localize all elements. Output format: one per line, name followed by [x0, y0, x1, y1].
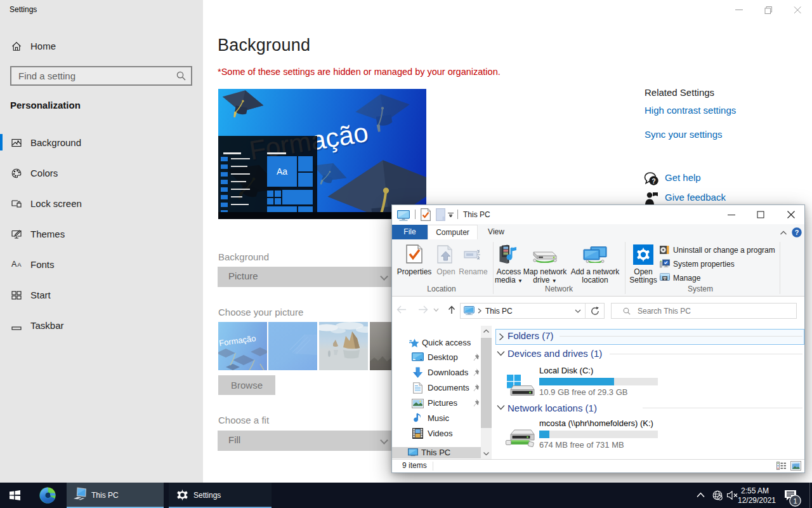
svg-text:?: ?	[795, 229, 799, 236]
svg-text:1: 1	[793, 497, 797, 505]
svg-text:?: ?	[652, 177, 655, 185]
